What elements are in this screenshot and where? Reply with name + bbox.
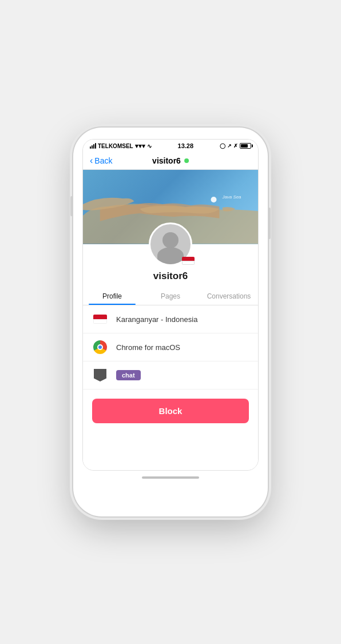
location-text: Karanganyar - Indonesia [116, 315, 197, 324]
map-label: Java Sea [221, 194, 241, 200]
svg-point-0 [211, 197, 217, 202]
chevron-left-icon: ‹ [90, 156, 93, 166]
nav-title-area: visitor6 [152, 156, 189, 165]
tag-bookmark-icon [94, 369, 106, 381]
browser-row: Chrome for macOS [83, 333, 258, 361]
status-left: TELKOMSEL ▾▾▾ ∿ [90, 142, 152, 150]
phone-screen: TELKOMSEL ▾▾▾ ∿ 13.28 ◯ ↗ ✗ ‹ Back [82, 139, 259, 471]
avatar-wrapper [149, 222, 192, 266]
bluetooth-icon: ✗ [233, 143, 238, 149]
tag-icon-container [92, 367, 108, 383]
block-button[interactable]: Block [92, 399, 249, 423]
chrome-icon [93, 340, 107, 354]
signal-bars-icon [90, 143, 96, 149]
location-icon-container [92, 311, 108, 327]
nav-bar: ‹ Back visitor6 [83, 152, 258, 170]
battery-icon [240, 143, 251, 149]
home-indicator[interactable] [142, 476, 199, 479]
flag-bottom-white [93, 319, 107, 324]
status-right: ◯ ↗ ✗ [220, 143, 251, 149]
block-section: Block [83, 389, 258, 432]
profile-tabs: Profile Pages Conversations [83, 288, 258, 305]
arrow-icon: ↗ [227, 143, 232, 149]
person-body-shape [157, 247, 184, 264]
nav-username: visitor6 [152, 156, 181, 165]
status-bar: TELKOMSEL ▾▾▾ ∿ 13.28 ◯ ↗ ✗ [83, 140, 258, 152]
flag-top-red [93, 315, 107, 319]
avatar-section: visitor6 [83, 244, 258, 288]
tab-conversations[interactable]: Conversations [200, 288, 258, 305]
carrier-label: TELKOMSEL [98, 143, 133, 149]
tab-pages[interactable]: Pages [141, 288, 200, 305]
location-icon: ◯ [220, 143, 225, 149]
back-label: Back [94, 156, 112, 165]
phone-device: TELKOMSEL ▾▾▾ ∿ 13.28 ◯ ↗ ✗ ‹ Back [73, 128, 268, 516]
profile-content: Karanganyar - Indonesia Chrome for macOS… [83, 305, 258, 470]
wifi-symbol: ∿ [147, 143, 152, 149]
tab-profile[interactable]: Profile [83, 288, 141, 305]
location-row: Karanganyar - Indonesia [83, 305, 258, 333]
online-status-indicator [184, 158, 189, 163]
browser-text: Chrome for macOS [116, 343, 180, 352]
status-time: 13.28 [178, 142, 194, 149]
flag-red-stripe [182, 257, 195, 261]
wifi-icon: ▾▾▾ [135, 142, 145, 150]
chat-badge: chat [116, 370, 141, 380]
chrome-inner-circle [97, 344, 103, 350]
tag-row: chat [83, 361, 258, 389]
flag-white-stripe [182, 261, 195, 265]
avatar-person-shape [157, 232, 184, 264]
username-label: visitor6 [153, 271, 188, 282]
person-head-shape [162, 232, 179, 248]
browser-icon-container [92, 339, 108, 355]
flag-badge [182, 257, 195, 265]
indonesia-flag-icon [93, 315, 107, 324]
